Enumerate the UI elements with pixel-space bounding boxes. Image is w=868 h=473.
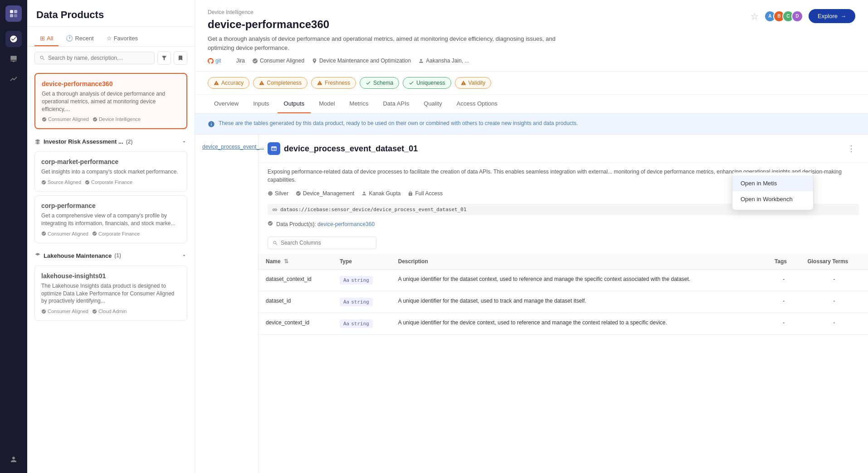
explore-button[interactable]: Explore → (809, 9, 855, 23)
filter-button[interactable] (157, 51, 171, 65)
cell-col-desc-2: A unique identifier for the dataset, use… (391, 291, 767, 313)
badge-schema[interactable]: Schema (360, 77, 399, 89)
section-investor-risk[interactable]: Investor Risk Assessment ... (2) (27, 133, 195, 148)
diamond-icon (34, 139, 41, 145)
device-mgmt-icon (296, 191, 301, 196)
nav-icon-catalog[interactable] (5, 31, 22, 47)
product-card-lakehouse[interactable]: lakehouse-insights01 The Lakehouse Insig… (34, 265, 187, 321)
menu-dots-button[interactable]: ⋮ (844, 142, 859, 155)
card-tags-corp-perf: Consumer Aligned Corporate Finance (41, 231, 180, 236)
product-card-active[interactable]: device-performance360 Get a thorough ana… (34, 73, 187, 129)
product-header: Device Intelligence device-performance36… (195, 0, 868, 72)
product-title: device-performance360 (208, 18, 751, 31)
context-menu-open-workbench[interactable]: Open in Workbench (732, 191, 813, 207)
tab-outputs[interactable]: Outputs (278, 95, 311, 113)
dataset-nav: device_process_event_... (195, 135, 258, 473)
check-icon (366, 80, 371, 86)
tag-device: Device Intelligence (93, 116, 141, 122)
product-tabs: Overview Inputs Outputs Model Metrics Da… (195, 95, 868, 114)
context-menu: Open in Metis Open in Workbench (732, 172, 814, 210)
svg-rect-0 (10, 10, 13, 13)
tab-data-apis[interactable]: Data APIs (376, 95, 415, 113)
badge-freshness[interactable]: Freshness (311, 77, 356, 89)
tab-overview[interactable]: Overview (208, 95, 245, 113)
badge-uniqueness[interactable]: Uniqueness (403, 77, 451, 89)
cell-col-glossary: - (800, 270, 868, 291)
dataset-nav-item[interactable]: device_process_event_... (195, 140, 258, 154)
ref-icon (268, 221, 273, 226)
cell-col-desc-3: A unique identifier for the device conte… (391, 313, 767, 335)
cell-col-tags-3: - (767, 313, 800, 335)
tab-metrics[interactable]: Metrics (343, 95, 375, 113)
meta-consumer: Consumer Aligned (252, 58, 304, 64)
bookmark-button[interactable] (174, 51, 187, 65)
meta-jira[interactable]: Jira (229, 58, 245, 64)
favorites-icon: ☆ (107, 35, 112, 42)
cell-col-name-2: dataset_id (258, 291, 332, 313)
data-product-link[interactable]: device-performance360 (317, 221, 375, 227)
lock-icon (408, 191, 413, 196)
sidebar-tab-favorites[interactable]: ☆ Favorites (101, 31, 143, 46)
card-desc-lakehouse: The Lakehouse Insights data product is d… (41, 282, 180, 305)
meta-kanak: Kanak Gupta (361, 190, 400, 197)
silver-icon (268, 191, 273, 196)
meta-full-access: Full Access (408, 190, 443, 197)
cell-col-tags: - (767, 270, 800, 291)
git-icon (208, 58, 214, 64)
nav-icon-user[interactable] (5, 451, 22, 468)
tag-source: Source Aligned (41, 179, 81, 185)
type-badge-3: Aa string (340, 319, 373, 328)
sidebar-search-area (27, 47, 195, 69)
context-menu-open-metis[interactable]: Open in Metis (732, 175, 813, 191)
sidebar-tab-all[interactable]: ⊞ All (34, 31, 59, 46)
meta-git[interactable]: git (208, 58, 221, 64)
columns-search-icon (273, 240, 278, 246)
tag-consumer3: Consumer Aligned (41, 309, 88, 314)
jira-icon (229, 58, 234, 64)
sidebar: Data Products ⊞ All 🕐 Recent ☆ Favorites… (27, 0, 195, 473)
badge-validity[interactable]: Validity (455, 77, 492, 89)
section-title: Investor Risk Assessment ... (2) (34, 138, 133, 145)
warning-icon (214, 80, 219, 86)
meta-location: Device Maintenance and Optimization (312, 58, 411, 64)
dataset-icon (268, 142, 280, 155)
nav-icon-analytics[interactable] (5, 71, 22, 87)
tab-quality[interactable]: Quality (417, 95, 448, 113)
nav-icon-monitor[interactable] (5, 51, 22, 67)
sidebar-search-box[interactable] (34, 52, 155, 64)
product-card-corp-market[interactable]: corp-market-performance Get insights int… (34, 151, 187, 192)
col-header-tags: Tags (767, 254, 800, 270)
meta-device-mgmt: Device_Management (296, 190, 354, 197)
sidebar-search-input[interactable] (48, 55, 150, 61)
dataset-header-row: device_process_event_dataset_01 ⋮ (258, 135, 868, 163)
sidebar-tab-recent[interactable]: 🕐 Recent (60, 31, 99, 46)
cell-col-type: Aa string (332, 270, 391, 291)
warning-icon-2 (259, 80, 264, 86)
header-actions: ☆ A B C D Explore → (751, 9, 855, 23)
warning-icon-4 (461, 80, 466, 86)
badge-accuracy[interactable]: Accuracy (208, 77, 249, 89)
table-header-row: Name ⇅ Type Description Tags Glossary Te… (258, 254, 868, 270)
section-lakehouse[interactable]: Lakehouse Maintenance (1) (27, 247, 195, 262)
card-title-lakehouse: lakehouse-insights01 (41, 272, 180, 280)
card-tags-lakehouse: Consumer Aligned Cloud Admin (41, 309, 180, 314)
app-logo[interactable] (5, 5, 22, 22)
check-icon-2 (409, 80, 414, 86)
svg-rect-1 (14, 10, 17, 13)
product-card-corp-perf[interactable]: corp-performance Get a comprehensive vie… (34, 195, 187, 243)
sort-icon[interactable]: ⇅ (284, 258, 288, 265)
cell-col-glossary-2: - (800, 291, 868, 313)
tab-access-options[interactable]: Access Options (450, 95, 504, 113)
badge-completeness[interactable]: Completeness (253, 77, 307, 89)
star-button[interactable]: ☆ (751, 11, 759, 22)
card-desc-corp-perf: Get a comprehensive view of a company's … (41, 212, 180, 227)
uri-icon (272, 207, 278, 212)
columns-search-input[interactable] (281, 240, 371, 246)
tab-inputs[interactable]: Inputs (247, 95, 275, 113)
recent-icon: 🕐 (66, 35, 73, 42)
columns-search-box[interactable] (268, 236, 376, 249)
chevron-down-icon-2 (181, 252, 187, 259)
card-desc: Get a thorough analysis of device perfor… (42, 90, 180, 113)
all-icon: ⊞ (40, 35, 45, 42)
tab-model[interactable]: Model (312, 95, 341, 113)
